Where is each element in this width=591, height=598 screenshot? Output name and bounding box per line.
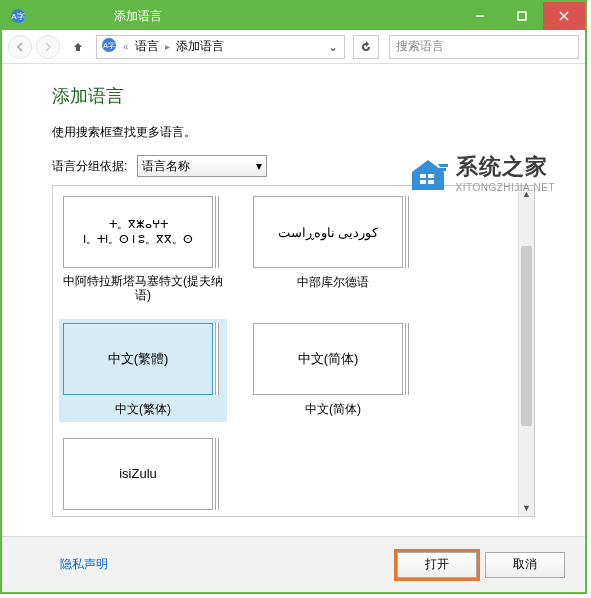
language-list: ⵜ。ⴳⵥⴰⵖⵜⵏ。ⵜⵏ。ⵙ ⵏ ⵓ。ⴳⴳ。ⵙ中阿特拉斯塔马塞特文(提夫纳语)كو…: [52, 185, 535, 517]
language-item[interactable]: 中文(简体)中文(简体): [253, 323, 413, 418]
language-label: 中阿特拉斯塔马塞特文(提夫纳语): [63, 274, 223, 303]
location-icon: A字: [101, 37, 117, 56]
language-box: 中文(繁體): [63, 323, 213, 395]
up-button[interactable]: [68, 37, 88, 57]
group-label: 语言分组依据:: [52, 158, 127, 175]
group-select[interactable]: 语言名称 ▾: [137, 155, 267, 177]
address-bar[interactable]: A字 « 语言 ▸ 添加语言 ⌄: [96, 35, 345, 59]
app-icon: A字: [10, 8, 26, 24]
language-box: ⵜ。ⴳⵥⴰⵖⵜⵏ。ⵜⵏ。ⵙ ⵏ ⵓ。ⴳⴳ。ⵙ: [63, 196, 213, 268]
language-box: كوردیی ناوەڕاست: [253, 196, 403, 268]
back-button[interactable]: [8, 35, 32, 59]
breadcrumb-prefix: «: [123, 41, 129, 52]
refresh-button[interactable]: [353, 35, 379, 59]
language-label: 祖鲁语: [63, 516, 223, 517]
language-item[interactable]: كوردیی ناوەڕاست中部库尔德语: [253, 196, 413, 303]
search-input[interactable]: 搜索语言: [389, 35, 579, 59]
scroll-up-icon[interactable]: ▲: [519, 186, 534, 202]
chevron-right-icon: ▸: [165, 41, 170, 52]
svg-text:A字: A字: [103, 42, 115, 49]
svg-rect-3: [518, 12, 526, 20]
privacy-link[interactable]: 隐私声明: [60, 556, 108, 573]
chevron-down-icon[interactable]: ⌄: [326, 40, 340, 54]
search-placeholder: 搜索语言: [396, 38, 444, 55]
breadcrumb-item[interactable]: 语言: [135, 38, 159, 55]
group-select-value: 语言名称: [142, 158, 190, 175]
maximize-button[interactable]: [501, 2, 543, 30]
scrollbar[interactable]: ▲ ▼: [518, 186, 534, 516]
svg-text:A字: A字: [11, 12, 24, 21]
minimize-button[interactable]: [459, 2, 501, 30]
language-item[interactable]: ⵜ。ⴳⵥⴰⵖⵜⵏ。ⵜⵏ。ⵙ ⵏ ⵓ。ⴳⴳ。ⵙ中阿特拉斯塔马塞特文(提夫纳语): [63, 196, 223, 303]
language-label: 中文(简体): [253, 401, 413, 418]
navbar: A字 « 语言 ▸ 添加语言 ⌄ 搜索语言: [2, 30, 585, 64]
page-subtitle: 使用搜索框查找更多语言。: [52, 124, 535, 141]
page-title: 添加语言: [52, 84, 535, 108]
close-button[interactable]: [543, 2, 585, 30]
window-title: 添加语言: [34, 8, 459, 25]
language-box: 中文(简体): [253, 323, 403, 395]
language-label: 中文(繁体): [63, 401, 223, 418]
chevron-down-icon: ▾: [256, 159, 262, 173]
language-item[interactable]: 中文(繁體)中文(繁体): [59, 319, 227, 422]
language-box: isiZulu: [63, 438, 213, 510]
language-label: 中部库尔德语: [253, 274, 413, 291]
open-button[interactable]: 打开: [397, 552, 477, 578]
scroll-down-icon[interactable]: ▼: [519, 500, 534, 516]
language-item[interactable]: isiZulu祖鲁语: [63, 438, 223, 517]
scroll-thumb[interactable]: [521, 246, 532, 426]
footer: 隐私声明 打开 取消: [2, 536, 585, 592]
forward-button[interactable]: [36, 35, 60, 59]
cancel-button[interactable]: 取消: [485, 552, 565, 578]
titlebar: A字 添加语言: [2, 2, 585, 30]
breadcrumb-item[interactable]: 添加语言: [176, 38, 224, 55]
